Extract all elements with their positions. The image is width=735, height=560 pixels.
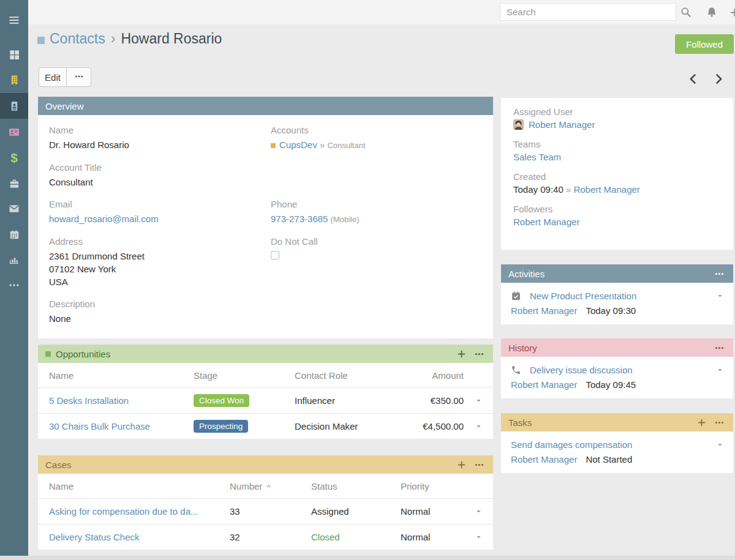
sidebar-item-opportunities[interactable]: $ <box>0 144 28 170</box>
record-actions: Edit <box>39 67 91 87</box>
created-by-link[interactable]: Robert Manager <box>573 184 639 195</box>
case-name-link[interactable]: Delivery Status Check <box>49 532 140 542</box>
cases-menu-ellipsis-icon[interactable] <box>473 460 486 469</box>
page-title: Howard Rosario <box>121 31 222 47</box>
phone-link[interactable]: 973-273-3685 <box>271 214 328 224</box>
column-header-status[interactable]: Status <box>311 481 401 491</box>
row-menu-caret-icon[interactable] <box>464 397 482 404</box>
phone-icon <box>511 365 521 375</box>
add-opportunity-plus-icon[interactable] <box>455 349 468 359</box>
case-name-link[interactable]: Asking for compensation due to da... <box>49 506 198 517</box>
activity-menu-caret-icon[interactable] <box>717 293 723 299</box>
sidebar-item-calendar[interactable] <box>0 222 28 247</box>
sidebar-menu-toggle[interactable] <box>0 7 28 33</box>
sidebar-item-emails[interactable] <box>0 196 28 222</box>
row-menu-caret-icon[interactable] <box>464 508 482 515</box>
search-icon[interactable] <box>679 5 693 20</box>
field-description: Description None <box>49 299 271 325</box>
breadcrumb-separator: › <box>111 31 116 47</box>
column-header-number[interactable]: Number <box>230 481 272 491</box>
history-user-link[interactable]: Robert Manager <box>511 379 577 390</box>
field-assigned-user: Assigned User Robert Manager <box>513 106 721 130</box>
dashboard-grid-icon <box>9 49 20 61</box>
activity-user-link[interactable]: Robert Manager <box>511 305 577 316</box>
case-priority-cell: Normal <box>401 532 464 542</box>
case-status-cell: Closed <box>311 532 401 542</box>
opportunity-name-link[interactable]: 30 Chairs Bulk Purchase <box>49 421 150 431</box>
row-menu-caret-icon[interactable] <box>464 423 482 430</box>
field-teams: Teams Sales Team <box>513 139 721 162</box>
created-time: Today 09:40 <box>513 184 564 195</box>
phone-type: (Mobile) <box>331 215 360 224</box>
quick-create-plus-icon[interactable] <box>727 5 735 20</box>
calendar-check-icon <box>511 291 521 301</box>
task-menu-caret-icon[interactable] <box>717 441 723 448</box>
opportunity-name-link[interactable]: 5 Desks Installation <box>49 395 129 406</box>
sidebar-item-accounts[interactable] <box>0 67 28 92</box>
tasks-menu-ellipsis-icon[interactable] <box>713 418 726 427</box>
search-input[interactable] <box>500 3 676 21</box>
sidebar-item-leads[interactable] <box>0 119 28 145</box>
window-bottom-edge <box>0 556 735 560</box>
field-name: Name Dr. Howard Rosario <box>49 125 271 152</box>
task-link[interactable]: Send damages compensation <box>511 439 708 450</box>
column-header-name[interactable]: Name <box>49 481 230 491</box>
opportunities-menu-ellipsis-icon[interactable] <box>473 349 486 359</box>
bell-icon[interactable] <box>704 5 719 20</box>
field-email: Email howard_rosario@mail.com <box>49 199 271 226</box>
leads-idcard-icon <box>8 126 20 138</box>
activity-link[interactable]: New Product Presentation <box>530 291 708 301</box>
history-menu-ellipsis-icon[interactable] <box>713 343 726 353</box>
account-square-icon <box>271 143 276 148</box>
edit-button[interactable]: Edit <box>39 67 67 87</box>
sidebar-item-reports[interactable] <box>0 247 28 272</box>
row-menu-caret-icon[interactable] <box>464 534 482 540</box>
breadcrumb-contacts-link[interactable]: Contacts <box>50 31 105 47</box>
contact-role-cell: Influencer <box>295 395 404 406</box>
cases-panel: Cases Name Number Status Priority Asking… <box>38 455 493 550</box>
activity-time: Today 09:30 <box>586 305 636 316</box>
ellipsis-icon <box>75 72 83 83</box>
case-row: Asking for compensation due to da... 33 … <box>38 498 493 524</box>
more-actions-button[interactable] <box>67 67 91 87</box>
column-header-amount[interactable]: Amount <box>404 370 464 381</box>
hamburger-menu-icon <box>8 14 20 26</box>
calendar-icon <box>9 229 20 241</box>
history-item-link[interactable]: Delivery issue discussion <box>530 365 708 375</box>
case-status-cell: Assigned <box>311 506 401 517</box>
team-link[interactable]: Sales Team <box>513 152 561 162</box>
column-header-name[interactable]: Name <box>49 370 194 381</box>
account-link[interactable]: CupsDev <box>279 140 317 150</box>
opportunities-square-icon <box>45 351 51 357</box>
activities-menu-ellipsis-icon[interactable] <box>713 269 726 278</box>
column-header-priority[interactable]: Priority <box>401 481 464 491</box>
assigned-user-link[interactable]: Robert Manager <box>529 119 595 130</box>
history-menu-caret-icon[interactable] <box>717 367 723 373</box>
email-link[interactable]: howard_rosario@mail.com <box>49 214 159 224</box>
add-task-plus-icon[interactable] <box>695 418 708 427</box>
followed-button[interactable]: Followed <box>675 34 734 54</box>
add-case-plus-icon[interactable] <box>455 460 468 469</box>
opportunity-row: 30 Chairs Bulk Purchase Prospecting Deci… <box>38 413 493 439</box>
column-header-contact-role[interactable]: Contact Role <box>295 370 404 381</box>
task-user-link[interactable]: Robert Manager <box>511 454 577 465</box>
contact-detail-page: $ <box>0 0 735 560</box>
field-created: Created Today 09:40 » Robert Manager <box>513 171 721 195</box>
sidebar-item-dashboard[interactable] <box>0 42 28 67</box>
follower-link[interactable]: Robert Manager <box>513 217 579 227</box>
accounts-building-icon <box>9 74 20 86</box>
previous-record-chevron-icon[interactable] <box>687 73 699 85</box>
case-row: Delivery Status Check 32 Closed Normal <box>38 524 493 550</box>
history-panel-title: History <box>508 343 537 353</box>
contact-role-cell: Decision Maker <box>295 421 404 431</box>
sidebar-item-cases[interactable] <box>0 171 28 196</box>
next-record-chevron-icon[interactable] <box>712 73 725 85</box>
history-time: Today 09:45 <box>586 379 636 390</box>
column-header-stage[interactable]: Stage <box>194 370 295 381</box>
do-not-call-checkbox <box>271 251 279 259</box>
more-ellipsis-icon <box>8 279 20 291</box>
sidebar-item-contacts[interactable] <box>0 93 28 119</box>
account-role: Consultant <box>327 141 365 150</box>
amount-cell: €350.00 <box>404 395 464 406</box>
sidebar-item-more[interactable] <box>0 272 28 298</box>
